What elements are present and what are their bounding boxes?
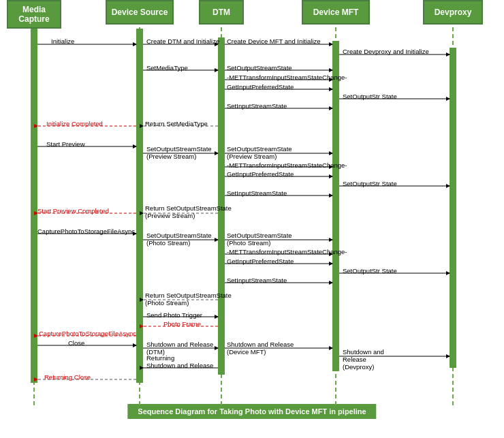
actor-device-source: Device Source xyxy=(106,0,174,25)
label-shutdown-mft2: (Device MFT) xyxy=(227,348,266,356)
actor-dtm: DTM xyxy=(199,0,244,25)
label-met3: -METTransformInputStreamStateChange- xyxy=(227,248,347,255)
label-shutdown-dtm: Shutdown and Release xyxy=(146,341,213,348)
label-returning2: Shutdown and Release xyxy=(146,362,213,369)
label-setinputstream3: SetInputStreamState xyxy=(227,277,287,284)
label-setoutputstreamstate1: SetOutputStreamState xyxy=(227,64,292,72)
label-return-photo: Return SetOutputStreamState xyxy=(145,292,232,299)
label-setoutput-photo-ds: SetOutputStreamState xyxy=(146,232,212,239)
label-init-completed: Initialize Completed xyxy=(46,120,103,127)
actor-media-capture: Media Capture xyxy=(7,0,61,29)
label-initialize: Initialize xyxy=(51,37,74,45)
label-return-setmedia: Return SetMediaType xyxy=(145,120,208,127)
label-close: Close xyxy=(68,339,84,347)
label-setoutput-photo-ds2: (Photo Stream) xyxy=(146,239,190,247)
label-shutdown-dev2: Release xyxy=(343,356,366,363)
label-setoutputstr3: SetOutputStr State xyxy=(343,267,397,275)
label-setoutput-preview-ds2: (Preview Stream) xyxy=(146,153,196,160)
label-met2: -METTransformInputStreamStateChange- xyxy=(227,161,347,169)
label-returning-close: Returning Close xyxy=(44,373,91,381)
label-setoutputstr2: SetOutputStr State xyxy=(343,180,397,187)
label-setoutput-preview-ds: SetOutputStreamState xyxy=(146,145,212,153)
label-setoutputstr1: SetOutputStr State xyxy=(343,93,397,100)
label-shutdown-dev3: (Devproxy) xyxy=(343,363,374,371)
label-setmediatype: SetMediaType xyxy=(146,64,188,72)
actor-devproxy: Devproxy xyxy=(423,0,483,25)
label-met1: -METTransformInputStreamStateChange- xyxy=(227,74,347,81)
label-returning-shutdown: Returning xyxy=(146,354,174,362)
label-return-photo2: (Photo Stream) xyxy=(145,299,189,307)
label-preview-completed: Start Preview Completed xyxy=(37,207,109,215)
label-setinputstream2: SetInputStreamState xyxy=(227,189,287,197)
label-create-devproxy: Create Devproxy and Initialize xyxy=(343,48,429,55)
label-create-mft: Create Device MFT and Initialize xyxy=(227,37,321,45)
label-create-dtm: Create DTM and Initialize xyxy=(146,37,219,45)
diagram-container: Media Capture Device Source DTM Device M… xyxy=(0,0,504,422)
label-shutdown-mft: Shutdown and Release xyxy=(227,341,294,348)
label-capture-async-return: CapturePhotoToStorageFileAsync xyxy=(39,330,136,337)
label-getinputpref1: GetInputPreferredState xyxy=(227,83,294,91)
label-return-preview2: (Preview Stream) xyxy=(145,212,195,219)
label-photo-frame: Photo Frame xyxy=(163,320,201,328)
label-getinputpref3: GetInputPreferredState xyxy=(227,257,294,265)
label-start-preview: Start Preview xyxy=(46,140,85,148)
label-return-preview: Return SetOutputStreamState xyxy=(145,204,232,212)
label-setoutput-preview-dtm: SetOutputStreamState xyxy=(227,145,292,153)
label-capture-photo: CapturePhotoToStorageFileAsync xyxy=(37,228,135,235)
label-setoutput-preview-dtm2: (Preview Stream) xyxy=(227,153,277,160)
label-getinputpref2: GetInputPreferredState xyxy=(227,170,294,178)
label-shutdown-dev: Shutdown and xyxy=(343,348,384,356)
label-setoutput-photo-dtm2: (Photo Stream) xyxy=(227,239,270,247)
label-send-trigger: Send Photo Trigger xyxy=(146,311,202,319)
label-setoutput-photo-dtm: SetOutputStreamState xyxy=(227,232,292,239)
label-setinputstream1: SetInputStreamState xyxy=(227,102,287,110)
actor-device-mft: Device MFT xyxy=(302,0,370,25)
